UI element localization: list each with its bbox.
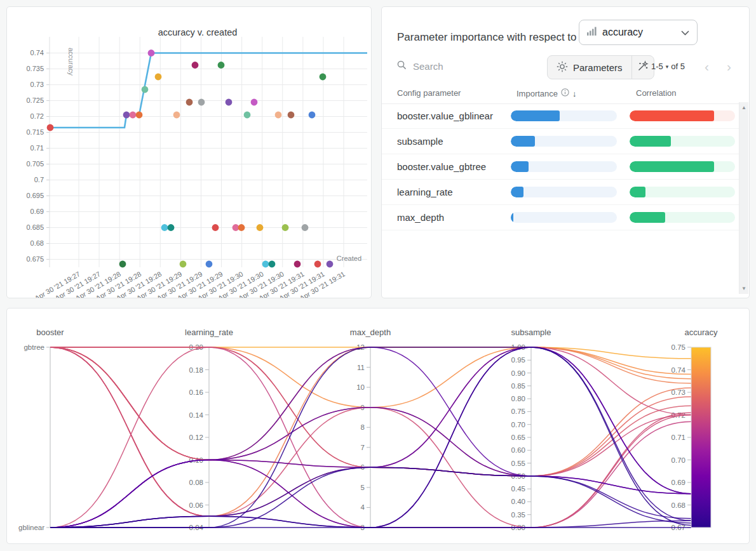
data-point[interactable]	[130, 112, 137, 119]
data-point[interactable]	[173, 112, 180, 119]
data-point[interactable]	[238, 224, 245, 231]
svg-text:0.06: 0.06	[189, 501, 203, 509]
svg-text:8: 8	[361, 423, 365, 431]
config-parameter-name: subsample	[397, 129, 443, 154]
pagination-range[interactable]: 1-5	[651, 62, 663, 71]
svg-text:0.685: 0.685	[26, 223, 44, 231]
svg-text:learning_rate: learning_rate	[185, 328, 233, 337]
svg-text:0.69: 0.69	[30, 208, 44, 215]
data-point[interactable]	[309, 112, 316, 119]
data-point[interactable]	[262, 261, 269, 268]
svg-text:0.74: 0.74	[672, 366, 686, 374]
svg-text:0.08: 0.08	[189, 479, 203, 486]
data-point[interactable]	[294, 261, 301, 268]
data-point[interactable]	[168, 224, 175, 231]
svg-text:gblinear: gblinear	[18, 524, 44, 531]
svg-text:gbtree: gbtree	[24, 343, 44, 351]
data-point[interactable]	[275, 112, 282, 119]
data-point[interactable]	[161, 224, 168, 231]
data-point[interactable]	[180, 261, 187, 268]
svg-text:0.80: 0.80	[511, 395, 525, 402]
svg-text:0.14: 0.14	[189, 411, 204, 419]
caret-down-icon: ▾	[666, 63, 669, 70]
table-row[interactable]: subsample	[382, 129, 739, 154]
svg-text:0.90: 0.90	[511, 369, 525, 377]
scroll-down-icon[interactable]: ▼	[739, 286, 748, 291]
info-circle-icon	[561, 88, 569, 98]
data-point[interactable]	[155, 74, 162, 81]
config-parameter-name: booster.value_gbtree	[397, 154, 486, 179]
search-input[interactable]	[412, 60, 510, 72]
data-point[interactable]	[142, 86, 149, 93]
parameters-button-label: Parameters	[573, 62, 623, 73]
svg-text:0.675: 0.675	[26, 255, 44, 263]
metric-selector-dropdown[interactable]: accuracy	[579, 20, 698, 45]
data-point[interactable]	[288, 112, 295, 119]
data-point[interactable]	[136, 112, 143, 119]
parameter-importance-panel: Parameter importance with respect to acc…	[381, 6, 750, 298]
data-point[interactable]	[119, 261, 126, 268]
axis-learning_rate[interactable]: learning_rate0.200.180.160.140.120.100.0…	[185, 328, 233, 531]
svg-text:0.12: 0.12	[189, 434, 203, 441]
correlation-bar	[630, 136, 735, 147]
data-point[interactable]	[314, 261, 321, 268]
data-point[interactable]	[282, 224, 289, 231]
axis-subsample[interactable]: subsample1.000.950.900.850.800.750.700.6…	[511, 328, 551, 531]
table-row[interactable]: booster.value_gbtree	[382, 154, 739, 180]
svg-text:0.18: 0.18	[189, 366, 203, 374]
data-point[interactable]	[302, 224, 309, 231]
data-point[interactable]	[148, 50, 155, 56]
svg-text:accuracy v. created: accuracy v. created	[158, 27, 238, 37]
svg-text:max_depth: max_depth	[350, 328, 391, 337]
importance-bar	[511, 110, 617, 121]
data-point[interactable]	[269, 261, 276, 268]
data-point[interactable]	[47, 124, 54, 131]
svg-text:5: 5	[361, 484, 365, 491]
svg-text:0.60: 0.60	[511, 446, 525, 454]
data-point[interactable]	[257, 224, 264, 231]
data-point[interactable]	[218, 62, 225, 69]
vertical-scrollbar[interactable]: ▲ ▼	[739, 102, 748, 294]
svg-text:subsample: subsample	[511, 328, 551, 337]
table-row[interactable]: max_depth	[382, 205, 739, 230]
config-parameter-name: booster.value_gblinear	[397, 103, 493, 128]
pagination[interactable]: 1-5 ▾ of 5	[651, 62, 685, 71]
data-point[interactable]	[212, 224, 219, 231]
search-box[interactable]	[397, 58, 518, 74]
svg-text:0.71: 0.71	[672, 434, 685, 441]
data-point[interactable]	[123, 112, 130, 119]
chevron-left-icon[interactable]: ‹	[705, 58, 709, 76]
table-row[interactable]: learning_rate	[382, 180, 739, 205]
svg-text:0.70: 0.70	[511, 421, 525, 428]
data-point[interactable]	[186, 99, 193, 106]
scroll-up-icon[interactable]: ▲	[739, 105, 748, 110]
svg-text:Created: Created	[337, 255, 361, 262]
parameters-button[interactable]: Parameters	[548, 56, 631, 79]
accuracy-colorbar	[691, 347, 711, 528]
bar-chart-icon	[587, 27, 597, 38]
column-importance[interactable]: Importance ↓	[516, 88, 577, 98]
data-point[interactable]	[192, 62, 199, 69]
axis-booster[interactable]: boostergbtreegblinear	[18, 328, 64, 531]
column-config-parameter[interactable]: Config parameter	[397, 88, 461, 98]
axis-max_depth[interactable]: max_depth1211109876543	[350, 328, 391, 531]
column-correlation[interactable]: Correlation	[636, 88, 677, 98]
svg-text:0.35: 0.35	[511, 511, 525, 519]
magic-wand-button[interactable]	[631, 56, 654, 79]
chevron-right-icon[interactable]: ›	[727, 58, 731, 76]
data-point[interactable]	[327, 261, 334, 268]
data-point[interactable]	[198, 99, 205, 106]
svg-text:0.71: 0.71	[30, 144, 44, 152]
parallel-coordinates-chart[interactable]: boostergbtreegblinearlearning_rate0.200.…	[7, 309, 749, 543]
parallel-coordinates-panel: boostergbtreegblinearlearning_rate0.200.…	[6, 308, 750, 544]
data-point[interactable]	[251, 99, 258, 106]
accuracy-vs-created-chart[interactable]: 0.6750.680.6850.690.6950.70.7050.710.715…	[7, 7, 371, 298]
data-point[interactable]	[226, 99, 233, 106]
data-point[interactable]	[206, 261, 213, 268]
search-icon	[397, 60, 407, 72]
data-point[interactable]	[244, 112, 251, 119]
sort-arrow-down-icon[interactable]: ↓	[572, 89, 577, 98]
svg-text:0.75: 0.75	[511, 408, 525, 415]
data-point[interactable]	[320, 74, 327, 81]
table-row[interactable]: booster.value_gblinear	[382, 103, 739, 129]
